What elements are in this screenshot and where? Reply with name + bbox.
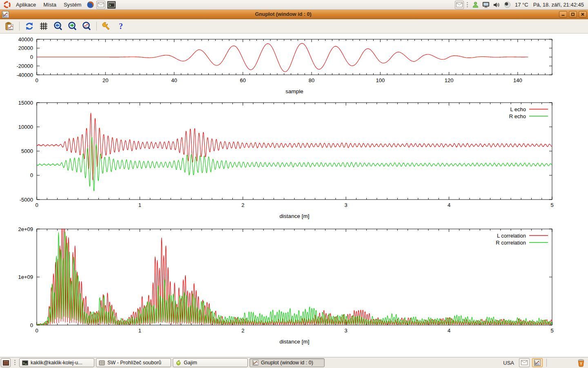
zoom-previous-button[interactable] xyxy=(53,21,63,31)
clock[interactable]: Pá, 18. září, 21:42:45 xyxy=(531,2,586,8)
svg-text:15000: 15000 xyxy=(18,100,33,106)
close-icon xyxy=(581,12,585,16)
user-switcher[interactable] xyxy=(471,1,480,9)
taskbar-right: USA xyxy=(501,358,587,367)
svg-text:5000: 5000 xyxy=(21,148,33,154)
envelope-icon xyxy=(456,2,463,7)
svg-text:10000: 10000 xyxy=(18,124,33,130)
menu-aplikace[interactable]: Aplikace xyxy=(12,0,40,9)
zoom-region-button[interactable] xyxy=(81,21,92,31)
svg-text:0: 0 xyxy=(35,77,38,83)
taskbar-item-gajim[interactable]: Gajim xyxy=(173,358,248,367)
display-settings[interactable] xyxy=(481,1,490,9)
menu-mista[interactable]: Místa xyxy=(40,0,60,9)
firefox-icon xyxy=(87,1,94,9)
mail-launcher[interactable] xyxy=(96,1,105,9)
volume-control[interactable] xyxy=(492,1,501,9)
svg-text:60: 60 xyxy=(240,77,246,83)
settings-button[interactable] xyxy=(101,21,112,31)
svg-text:4: 4 xyxy=(448,328,450,334)
gajim-icon xyxy=(176,360,181,366)
taskbar-item-label: kaklik@kaklik-kolej-u... xyxy=(31,360,82,366)
svg-text:R correlation: R correlation xyxy=(496,240,526,246)
terminal-icon xyxy=(22,360,28,366)
menu-system[interactable]: Systém xyxy=(60,0,85,9)
svg-text:1e+09: 1e+09 xyxy=(18,274,33,280)
show-desktop-icon xyxy=(3,360,9,366)
panel-separator xyxy=(466,2,468,8)
svg-text:100: 100 xyxy=(376,77,385,83)
svg-text:?: ? xyxy=(119,22,123,31)
copy-clipboard-icon xyxy=(4,21,14,31)
svg-text:80: 80 xyxy=(309,77,314,83)
svg-text:5: 5 xyxy=(550,202,553,208)
taskbar-separator xyxy=(546,359,547,367)
svg-text:0: 0 xyxy=(30,322,33,328)
gnuplot-titlebar[interactable]: Gnuplot (window id : 0) xyxy=(0,10,588,19)
speaker-icon xyxy=(493,2,500,8)
terminal-launcher[interactable] xyxy=(107,1,116,9)
gnuplot-icon xyxy=(252,360,258,366)
envelope-icon xyxy=(521,360,528,365)
weather-moon-icon xyxy=(504,1,511,8)
svg-text:sample: sample xyxy=(285,88,303,94)
svg-text:R echo: R echo xyxy=(509,113,526,119)
taskbar-item-label: SW - Prohlížeč souborů xyxy=(107,360,161,366)
show-desktop-button[interactable] xyxy=(1,358,11,367)
maximize-button[interactable] xyxy=(569,11,577,18)
plots-svg: 020406080100120140-40000-200000200004000… xyxy=(0,34,588,357)
refresh-icon xyxy=(24,21,34,31)
svg-text:-5000: -5000 xyxy=(20,197,33,203)
top-panel: Aplikace Místa Systém xyxy=(0,0,588,10)
toolbar-separator xyxy=(96,22,97,31)
gnuplot-canvas[interactable]: 020406080100120140-40000-200000200004000… xyxy=(0,34,588,357)
ubuntu-menu-icon[interactable] xyxy=(2,1,11,9)
envelope-icon xyxy=(98,2,104,7)
svg-text:distance [m]: distance [m] xyxy=(280,339,310,345)
gnuplot-icon xyxy=(534,359,541,366)
taskbar-item-label: Gajim xyxy=(184,360,197,366)
top-panel-right: 17 °C Pá, 18. září, 21:42:45 xyxy=(454,0,586,9)
svg-text:4: 4 xyxy=(448,202,450,208)
zoom-next-icon xyxy=(67,21,77,31)
zoom-next-button[interactable] xyxy=(67,21,78,31)
svg-text:120: 120 xyxy=(445,77,454,83)
monitor-icon xyxy=(482,2,490,8)
taskbar-item-file-manager[interactable]: SW - Prohlížeč souborů xyxy=(96,358,171,367)
mail-notification[interactable] xyxy=(455,1,464,9)
zoom-plot-icon xyxy=(82,21,91,31)
taskbar-item-terminal[interactable]: kaklik@kaklik-kolej-u... xyxy=(19,358,94,367)
toggle-grid-button[interactable] xyxy=(38,21,49,31)
firefox-launcher[interactable] xyxy=(86,1,95,9)
help-button[interactable]: ? xyxy=(116,21,126,31)
tray-gnuplot-button[interactable] xyxy=(532,358,543,367)
taskbar-item-gnuplot[interactable]: Gnuplot (window id : 0) xyxy=(249,358,325,367)
svg-text:0: 0 xyxy=(35,202,38,208)
minimize-button[interactable] xyxy=(559,11,567,18)
svg-text:-20000: -20000 xyxy=(17,63,33,69)
temperature-label: 17 °C xyxy=(512,2,531,8)
keyboard-layout-indicator[interactable]: USA xyxy=(501,360,517,366)
user-icon xyxy=(472,1,479,8)
grid-icon xyxy=(39,22,48,31)
close-button[interactable] xyxy=(579,11,587,18)
svg-text:1: 1 xyxy=(138,328,141,334)
tray-mail-button[interactable] xyxy=(519,358,530,367)
gnuplot-toolbar: ? xyxy=(0,19,588,34)
taskbar-separator xyxy=(14,359,16,366)
trash-applet[interactable] xyxy=(576,358,586,367)
svg-text:L echo: L echo xyxy=(510,106,526,112)
maximize-icon xyxy=(571,12,575,16)
svg-text:2: 2 xyxy=(241,202,244,208)
svg-text:40000: 40000 xyxy=(18,36,33,43)
svg-text:2e+09: 2e+09 xyxy=(18,226,33,232)
weather-applet[interactable] xyxy=(503,1,512,9)
svg-text:distance [m]: distance [m] xyxy=(280,213,310,219)
svg-text:0: 0 xyxy=(30,54,33,60)
copy-plot-button[interactable] xyxy=(4,21,15,31)
taskbar-item-label: Gnuplot (window id : 0) xyxy=(261,360,313,366)
svg-text:1: 1 xyxy=(138,202,141,208)
help-icon: ? xyxy=(116,21,126,31)
replot-button[interactable] xyxy=(24,21,35,31)
minimize-icon xyxy=(561,12,565,16)
